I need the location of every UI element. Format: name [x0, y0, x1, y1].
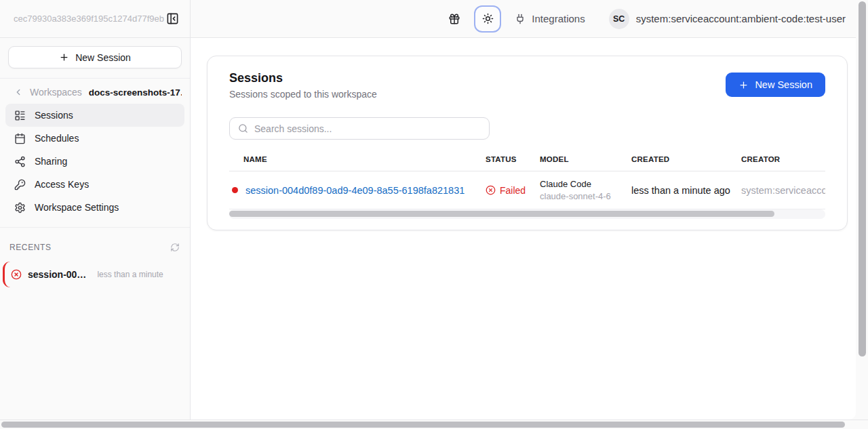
recent-session-time: less than a minute	[97, 270, 163, 279]
divider	[0, 227, 190, 228]
search-icon	[238, 123, 248, 134]
session-creator-cell: system:serviceacco…	[733, 185, 825, 196]
horizontal-scrollbar-track	[0, 420, 868, 429]
user-menu[interactable]: SC system:serviceaccount:ambient-code:te…	[609, 9, 846, 29]
main-content: Sessions Sessions scoped to this workspa…	[191, 38, 856, 420]
sidebar-item-sharing[interactable]: Sharing	[5, 150, 184, 173]
new-session-button[interactable]: New Session	[726, 73, 825, 97]
sidebar: cec79930a383e369f195c1274d77f9eb4bc3fa19…	[0, 0, 191, 420]
recents-title: RECENTS	[9, 243, 52, 252]
back-to-workspaces-button[interactable]	[14, 87, 23, 97]
model-name: Claude Code	[540, 179, 625, 189]
sidebar-item-label: Workspace Settings	[35, 202, 119, 213]
sidebar-new-session-button[interactable]: New Session	[8, 46, 182, 68]
table-horizontal-scrollbar	[229, 209, 825, 219]
sidebar-item-label: Sharing	[35, 156, 67, 167]
column-header-creator: CREATOR	[733, 155, 825, 163]
sidebar-item-label: Schedules	[35, 133, 79, 144]
plus-icon	[59, 52, 69, 62]
sidebar-item-access-keys[interactable]: Access Keys	[5, 173, 184, 196]
integrations-button[interactable]: Integrations	[515, 13, 585, 24]
sidebar-item-schedules[interactable]: Schedules	[5, 127, 184, 150]
main-column: Integrations SC system:serviceaccount:am…	[191, 0, 856, 420]
model-version: claude-sonnet-4-6	[540, 191, 625, 201]
theme-toggle-button[interactable]	[474, 5, 501, 33]
search-input[interactable]	[254, 123, 481, 134]
table-header-row: NAME STATUS MODEL CREATED CREATOR	[229, 147, 825, 171]
column-header-created: CREATED	[625, 155, 733, 163]
share-icon	[14, 156, 26, 167]
refresh-icon	[170, 243, 180, 252]
sidebar-header: cec79930a383e369f195c1274d77f9eb4bc3fa19	[0, 0, 190, 38]
integrations-label: Integrations	[532, 13, 585, 24]
breadcrumb-workspace-name: docs-screenshots-17…	[89, 87, 182, 98]
breadcrumb: Workspaces docs-screenshots-17…	[0, 79, 190, 104]
sidebar-item-workspace-settings[interactable]: Workspace Settings	[5, 196, 184, 219]
session-model-cell: Claude Code claude-sonnet-4-6	[533, 179, 625, 201]
vertical-scrollbar-thumb[interactable]	[859, 1, 866, 356]
calendar-icon	[14, 133, 26, 144]
failed-status-icon	[11, 269, 22, 280]
session-created-cell: less than a minute ago	[625, 185, 733, 196]
sessions-card: Sessions Sessions scoped to this workspa…	[207, 56, 848, 230]
sessions-table: NAME STATUS MODEL CREATED CREATOR sessio…	[229, 147, 825, 219]
user-name: system:serviceaccount:ambient-code:test-…	[636, 13, 846, 24]
recent-session-name: session-00…	[28, 269, 86, 280]
key-icon	[14, 179, 26, 190]
search-box	[229, 117, 490, 140]
recent-session-item[interactable]: session-00… less than a minute	[3, 262, 183, 287]
table-scrollbar-thumb[interactable]	[229, 211, 774, 217]
sidebar-item-sessions[interactable]: Sessions	[5, 104, 184, 127]
column-header-model: MODEL	[533, 155, 625, 163]
layout-list-icon	[14, 110, 26, 121]
session-name-cell: session-004d0f89-0ad9-4e09-8a55-6198fa82…	[229, 185, 479, 196]
chevron-left-icon	[14, 87, 23, 97]
column-header-name: NAME	[229, 155, 479, 163]
column-header-status: STATUS	[479, 155, 533, 163]
status-dot-icon	[232, 187, 238, 193]
recents-header: RECENTS	[0, 236, 190, 256]
avatar: SC	[609, 9, 629, 29]
sidebar-nav: Sessions Schedules Sharing Access Keys	[0, 104, 190, 219]
new-session-label: New Session	[755, 79, 812, 90]
vertical-scrollbar-track	[856, 0, 868, 420]
gear-icon	[14, 202, 26, 213]
sessions-card-header: Sessions Sessions scoped to this workspa…	[229, 71, 825, 100]
page-subtitle: Sessions scoped to this workspace	[229, 89, 377, 100]
breadcrumb-workspaces[interactable]: Workspaces	[30, 87, 82, 98]
sidebar-new-session-label: New Session	[75, 52, 131, 63]
status-badge: Failed	[500, 185, 526, 196]
horizontal-scrollbar-thumb[interactable]	[1, 422, 845, 428]
session-link[interactable]: session-004d0f89-0ad9-4e09-8a55-6198fa82…	[245, 185, 465, 196]
topbar: Integrations SC system:serviceaccount:am…	[191, 0, 856, 38]
panel-left-close-icon	[166, 12, 179, 25]
sidebar-item-label: Sessions	[35, 110, 73, 121]
workspace-hash: cec79930a383e369f195c1274d77f9eb4bc3fa19	[14, 14, 164, 24]
gift-icon	[448, 13, 460, 25]
plug-icon	[515, 14, 526, 24]
app-window: cec79930a383e369f195c1274d77f9eb4bc3fa19…	[0, 0, 856, 420]
refresh-recents-button[interactable]	[170, 243, 180, 252]
circle-x-icon	[486, 185, 496, 195]
plus-icon	[738, 80, 749, 90]
collapse-sidebar-button[interactable]	[166, 12, 179, 25]
sidebar-item-label: Access Keys	[35, 179, 89, 190]
table-row[interactable]: session-004d0f89-0ad9-4e09-8a55-6198fa82…	[229, 171, 825, 209]
sun-icon	[482, 13, 494, 24]
page-title: Sessions	[229, 71, 377, 85]
session-status-cell: Failed	[479, 185, 533, 196]
whats-new-button[interactable]	[448, 13, 460, 25]
